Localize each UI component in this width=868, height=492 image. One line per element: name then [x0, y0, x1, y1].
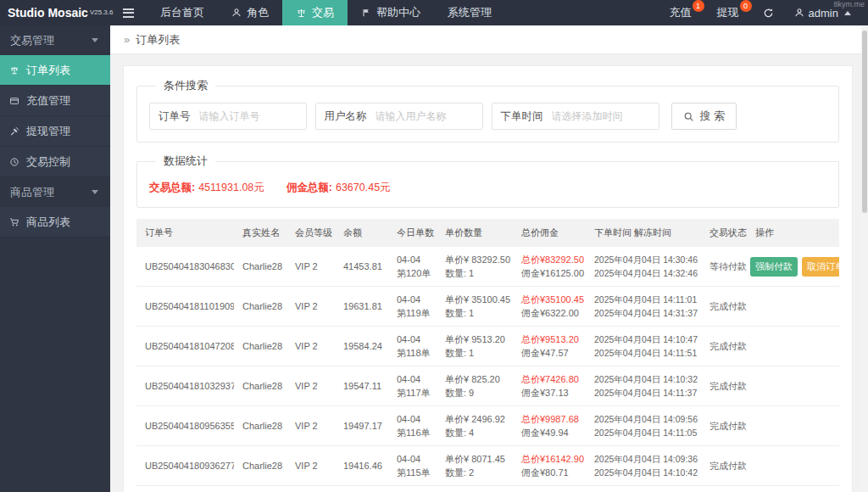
- col-total-commission: 总价佣金: [513, 219, 586, 247]
- cell-today-orders: 04-04第115单: [388, 446, 437, 486]
- cell-unit-price-qty: 单价¥ 2496.92数量: 4: [437, 406, 513, 446]
- cell-member-level: VIP 2: [287, 247, 335, 287]
- col-order-no: 订单号: [136, 219, 234, 247]
- username-label: 用户名称: [316, 109, 376, 124]
- cell-times: 2025年04月04日 14:09:092025年04月04日 14:10:16: [586, 486, 701, 492]
- cell-unit-price-qty: 单价¥ 8071.45数量: 2: [437, 446, 513, 486]
- cancel-order-button[interactable]: 取消订单: [802, 257, 839, 277]
- chevron-up-icon: [844, 11, 851, 15]
- menu-item-role[interactable]: 角色: [218, 0, 282, 25]
- cart-icon: [9, 217, 19, 227]
- cell-times: 2025年04月04日 14:09:562025年04月04日 14:11:05: [586, 406, 701, 446]
- cell-today-orders: 04-04第114单: [388, 486, 437, 492]
- cell-unit-price-qty: 单价¥ 825.20数量: 9: [437, 366, 513, 406]
- cell-order-no: UB2504041810329370: [136, 366, 234, 406]
- vertical-scrollbar: [861, 25, 868, 492]
- cell-real-name: Charlie28: [234, 247, 287, 287]
- col-member-level: 会员等级: [287, 219, 335, 247]
- cell-total-commission: 总价¥83292.50佣金¥16125.00: [513, 247, 586, 287]
- cell-actions: 强制付款取消订单: [747, 247, 839, 287]
- flag-icon: [361, 8, 371, 18]
- scrollbar-thumb[interactable]: [862, 31, 867, 213]
- cell-order-no: UB2504041830468301: [136, 247, 234, 287]
- menu-item-trade[interactable]: 交易: [282, 0, 348, 25]
- withdraw-link[interactable]: 提现 0: [707, 0, 749, 25]
- sidebar-item-trade-control[interactable]: 交易控制: [0, 147, 110, 177]
- cell-balance: 19416.46: [335, 446, 388, 486]
- cell-order-no: UB2504041809563552: [136, 406, 234, 446]
- col-trade-status: 交易状态: [701, 219, 747, 247]
- cell-today-orders: 04-04第119单: [388, 287, 437, 327]
- main-content: » 订单列表 条件搜索 订单号 用户名称 下单时间: [110, 25, 868, 492]
- sidebar-group-product-management[interactable]: 商品管理: [0, 177, 110, 207]
- cell-balance: 19584.24: [335, 327, 388, 366]
- force-pay-button[interactable]: 强制付款: [750, 257, 798, 277]
- cell-trade-status: 完成付款: [701, 366, 747, 406]
- cell-member-level: VIP 2: [287, 327, 335, 366]
- cell-unit-price-qty: 单价¥ 5198.12数量: 2: [437, 486, 513, 492]
- refresh-icon[interactable]: [754, 8, 782, 19]
- commission-total: 佣金总额:63670.45元: [287, 181, 391, 195]
- cell-member-level: VIP 2: [287, 287, 335, 327]
- order-time-field-group: 下单时间: [492, 103, 659, 130]
- stats-fieldset: 数据统计 交易总额:4511931.08元 佣金总额:63670.45元: [136, 154, 839, 208]
- cell-total-commission: 总价¥16142.90佣金¥80.71: [513, 446, 586, 486]
- search-legend: 条件搜索: [156, 78, 215, 93]
- cell-real-name: Charlie28: [234, 366, 287, 406]
- cell-trade-status: 完成付款: [701, 486, 747, 492]
- stats-legend: 数据统计: [156, 154, 215, 169]
- sidebar-group-trade-management[interactable]: 交易管理: [0, 25, 110, 55]
- sidebar-item-recharge-management[interactable]: 充值管理: [0, 86, 110, 116]
- menu-item-help-center[interactable]: 帮助中心: [348, 0, 434, 25]
- col-actions: 操作: [747, 219, 839, 247]
- orders-table-wrap: 订单号 真实姓名 会员等级 余额 今日单数 单价数量 总价佣金 下单时间 解冻时…: [136, 219, 839, 492]
- hamburger-menu-icon[interactable]: [110, 0, 147, 25]
- page-title: 订单列表: [136, 32, 180, 48]
- cell-trade-status: 完成付款: [701, 327, 747, 366]
- chevron-down-icon: [92, 190, 98, 194]
- search-fieldset: 条件搜索 订单号 用户名称 下单时间 搜 索: [136, 78, 839, 143]
- cell-balance: 19547.11: [335, 366, 388, 406]
- cell-unit-price-qty: 单价¥ 9513.20数量: 1: [437, 327, 513, 366]
- cell-total-commission: 总价¥35100.45佣金¥6322.00: [513, 287, 586, 327]
- sidebar-item-product-list[interactable]: 商品列表: [0, 207, 110, 238]
- cell-real-name: Charlie28: [234, 327, 287, 366]
- col-balance: 余额: [335, 219, 388, 247]
- recharge-link[interactable]: 充值 1: [659, 0, 702, 25]
- cell-balance: 19631.81: [335, 287, 388, 327]
- col-real-name: 真实姓名: [234, 219, 287, 247]
- cell-real-name: Charlie28: [234, 486, 287, 492]
- table-row: UB2504041809563552 Charlie28 VIP 2 19497…: [136, 406, 839, 446]
- cell-today-orders: 04-04第116单: [388, 406, 437, 446]
- menu-item-home[interactable]: 后台首页: [147, 0, 218, 25]
- cell-member-level: VIP 2: [287, 366, 335, 406]
- cell-member-level: VIP 2: [287, 446, 335, 486]
- cell-order-no: UB2504041809362777: [136, 446, 234, 486]
- table-row: UB2504041811019091 Charlie28 VIP 2 19631…: [136, 287, 839, 327]
- user-icon: [231, 8, 242, 18]
- cell-times: 2025年04月04日 14:09:362025年04月04日 14:10:42: [586, 446, 701, 486]
- scales-icon: [296, 8, 307, 19]
- gavel-icon: [9, 126, 19, 137]
- cell-trade-status: 完成付款: [701, 446, 747, 486]
- user-icon: [794, 8, 804, 18]
- content-card: 条件搜索 订单号 用户名称 下单时间 搜 索: [123, 65, 853, 492]
- username-input[interactable]: [376, 105, 482, 127]
- menu-item-system[interactable]: 系统管理: [434, 0, 505, 25]
- cell-balance: 19364.48: [335, 486, 388, 492]
- cell-real-name: Charlie28: [234, 287, 287, 327]
- order-time-label: 下单时间: [492, 109, 552, 124]
- search-button[interactable]: 搜 索: [671, 103, 737, 130]
- card-icon: [9, 96, 19, 106]
- order-no-input[interactable]: [199, 105, 306, 127]
- sidebar-item-withdraw-management[interactable]: 提现管理: [0, 116, 110, 147]
- clock-icon: [9, 157, 19, 167]
- cell-trade-status: 等待付款: [701, 247, 747, 287]
- app-logo: Studio MosaicV25.3.6: [0, 0, 110, 25]
- trade-total: 交易总额:4511931.08元: [149, 181, 264, 195]
- cell-times: 2025年04月04日 14:10:472025年04月04日 14:11:51: [586, 327, 701, 366]
- cell-balance: 41453.81: [335, 247, 388, 287]
- order-time-input[interactable]: [552, 105, 659, 127]
- cell-unit-price-qty: 单价¥ 35100.45数量: 1: [437, 287, 513, 327]
- sidebar-item-order-list[interactable]: 订单列表: [0, 55, 110, 86]
